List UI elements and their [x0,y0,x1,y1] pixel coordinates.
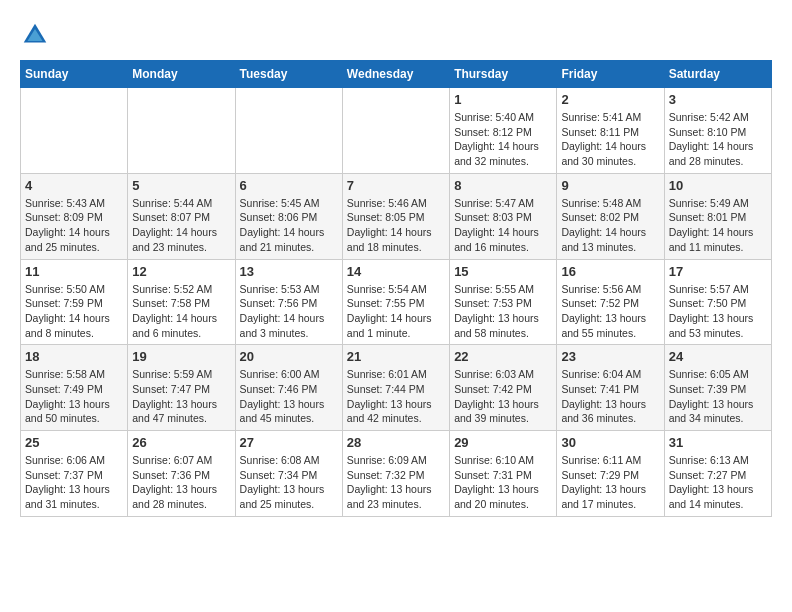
day-number: 5 [132,178,230,193]
calendar-cell: 29Sunrise: 6:10 AM Sunset: 7:31 PM Dayli… [450,431,557,517]
day-info: Sunrise: 5:49 AM Sunset: 8:01 PM Dayligh… [669,196,767,255]
calendar-cell: 19Sunrise: 5:59 AM Sunset: 7:47 PM Dayli… [128,345,235,431]
calendar: SundayMondayTuesdayWednesdayThursdayFrid… [20,60,772,517]
day-info: Sunrise: 6:01 AM Sunset: 7:44 PM Dayligh… [347,367,445,426]
day-info: Sunrise: 6:08 AM Sunset: 7:34 PM Dayligh… [240,453,338,512]
calendar-cell: 6Sunrise: 5:45 AM Sunset: 8:06 PM Daylig… [235,173,342,259]
weekday-header: Friday [557,61,664,88]
calendar-cell: 18Sunrise: 5:58 AM Sunset: 7:49 PM Dayli… [21,345,128,431]
day-info: Sunrise: 5:46 AM Sunset: 8:05 PM Dayligh… [347,196,445,255]
day-number: 3 [669,92,767,107]
day-info: Sunrise: 6:11 AM Sunset: 7:29 PM Dayligh… [561,453,659,512]
day-info: Sunrise: 5:54 AM Sunset: 7:55 PM Dayligh… [347,282,445,341]
day-info: Sunrise: 5:44 AM Sunset: 8:07 PM Dayligh… [132,196,230,255]
day-number: 11 [25,264,123,279]
calendar-cell: 11Sunrise: 5:50 AM Sunset: 7:59 PM Dayli… [21,259,128,345]
day-number: 21 [347,349,445,364]
calendar-week-row: 4Sunrise: 5:43 AM Sunset: 8:09 PM Daylig… [21,173,772,259]
calendar-cell: 9Sunrise: 5:48 AM Sunset: 8:02 PM Daylig… [557,173,664,259]
day-info: Sunrise: 5:58 AM Sunset: 7:49 PM Dayligh… [25,367,123,426]
day-info: Sunrise: 6:06 AM Sunset: 7:37 PM Dayligh… [25,453,123,512]
day-number: 6 [240,178,338,193]
day-number: 29 [454,435,552,450]
day-number: 13 [240,264,338,279]
calendar-cell: 17Sunrise: 5:57 AM Sunset: 7:50 PM Dayli… [664,259,771,345]
calendar-week-row: 11Sunrise: 5:50 AM Sunset: 7:59 PM Dayli… [21,259,772,345]
calendar-cell: 27Sunrise: 6:08 AM Sunset: 7:34 PM Dayli… [235,431,342,517]
day-number: 2 [561,92,659,107]
calendar-cell: 3Sunrise: 5:42 AM Sunset: 8:10 PM Daylig… [664,88,771,174]
weekday-header: Saturday [664,61,771,88]
day-info: Sunrise: 5:59 AM Sunset: 7:47 PM Dayligh… [132,367,230,426]
calendar-cell: 31Sunrise: 6:13 AM Sunset: 7:27 PM Dayli… [664,431,771,517]
calendar-cell: 4Sunrise: 5:43 AM Sunset: 8:09 PM Daylig… [21,173,128,259]
calendar-week-row: 25Sunrise: 6:06 AM Sunset: 7:37 PM Dayli… [21,431,772,517]
weekday-header: Tuesday [235,61,342,88]
day-number: 10 [669,178,767,193]
page-header [20,20,772,50]
day-info: Sunrise: 6:03 AM Sunset: 7:42 PM Dayligh… [454,367,552,426]
calendar-cell: 24Sunrise: 6:05 AM Sunset: 7:39 PM Dayli… [664,345,771,431]
calendar-cell: 12Sunrise: 5:52 AM Sunset: 7:58 PM Dayli… [128,259,235,345]
day-number: 22 [454,349,552,364]
calendar-week-row: 1Sunrise: 5:40 AM Sunset: 8:12 PM Daylig… [21,88,772,174]
calendar-cell: 28Sunrise: 6:09 AM Sunset: 7:32 PM Dayli… [342,431,449,517]
weekday-header: Thursday [450,61,557,88]
day-number: 17 [669,264,767,279]
day-number: 23 [561,349,659,364]
calendar-cell: 25Sunrise: 6:06 AM Sunset: 7:37 PM Dayli… [21,431,128,517]
day-number: 30 [561,435,659,450]
day-number: 20 [240,349,338,364]
day-info: Sunrise: 5:57 AM Sunset: 7:50 PM Dayligh… [669,282,767,341]
calendar-cell: 5Sunrise: 5:44 AM Sunset: 8:07 PM Daylig… [128,173,235,259]
day-info: Sunrise: 6:10 AM Sunset: 7:31 PM Dayligh… [454,453,552,512]
calendar-cell: 10Sunrise: 5:49 AM Sunset: 8:01 PM Dayli… [664,173,771,259]
day-info: Sunrise: 6:13 AM Sunset: 7:27 PM Dayligh… [669,453,767,512]
weekday-header: Sunday [21,61,128,88]
calendar-cell: 8Sunrise: 5:47 AM Sunset: 8:03 PM Daylig… [450,173,557,259]
day-info: Sunrise: 5:45 AM Sunset: 8:06 PM Dayligh… [240,196,338,255]
day-number: 15 [454,264,552,279]
calendar-cell [235,88,342,174]
day-info: Sunrise: 6:05 AM Sunset: 7:39 PM Dayligh… [669,367,767,426]
calendar-cell [21,88,128,174]
calendar-cell: 2Sunrise: 5:41 AM Sunset: 8:11 PM Daylig… [557,88,664,174]
day-info: Sunrise: 5:48 AM Sunset: 8:02 PM Dayligh… [561,196,659,255]
day-info: Sunrise: 5:47 AM Sunset: 8:03 PM Dayligh… [454,196,552,255]
day-number: 8 [454,178,552,193]
calendar-header-row: SundayMondayTuesdayWednesdayThursdayFrid… [21,61,772,88]
day-info: Sunrise: 6:07 AM Sunset: 7:36 PM Dayligh… [132,453,230,512]
day-info: Sunrise: 6:04 AM Sunset: 7:41 PM Dayligh… [561,367,659,426]
calendar-cell: 26Sunrise: 6:07 AM Sunset: 7:36 PM Dayli… [128,431,235,517]
calendar-cell [342,88,449,174]
day-info: Sunrise: 5:55 AM Sunset: 7:53 PM Dayligh… [454,282,552,341]
day-info: Sunrise: 5:43 AM Sunset: 8:09 PM Dayligh… [25,196,123,255]
day-number: 14 [347,264,445,279]
weekday-header: Wednesday [342,61,449,88]
day-number: 31 [669,435,767,450]
logo [20,20,54,50]
day-info: Sunrise: 5:42 AM Sunset: 8:10 PM Dayligh… [669,110,767,169]
calendar-week-row: 18Sunrise: 5:58 AM Sunset: 7:49 PM Dayli… [21,345,772,431]
day-number: 18 [25,349,123,364]
day-number: 26 [132,435,230,450]
weekday-header: Monday [128,61,235,88]
day-number: 1 [454,92,552,107]
calendar-cell: 16Sunrise: 5:56 AM Sunset: 7:52 PM Dayli… [557,259,664,345]
day-number: 16 [561,264,659,279]
day-info: Sunrise: 5:40 AM Sunset: 8:12 PM Dayligh… [454,110,552,169]
calendar-cell: 1Sunrise: 5:40 AM Sunset: 8:12 PM Daylig… [450,88,557,174]
day-number: 4 [25,178,123,193]
calendar-cell: 22Sunrise: 6:03 AM Sunset: 7:42 PM Dayli… [450,345,557,431]
calendar-cell: 15Sunrise: 5:55 AM Sunset: 7:53 PM Dayli… [450,259,557,345]
day-info: Sunrise: 6:00 AM Sunset: 7:46 PM Dayligh… [240,367,338,426]
day-number: 19 [132,349,230,364]
day-number: 7 [347,178,445,193]
calendar-cell: 23Sunrise: 6:04 AM Sunset: 7:41 PM Dayli… [557,345,664,431]
day-number: 27 [240,435,338,450]
day-info: Sunrise: 5:53 AM Sunset: 7:56 PM Dayligh… [240,282,338,341]
calendar-cell: 7Sunrise: 5:46 AM Sunset: 8:05 PM Daylig… [342,173,449,259]
day-info: Sunrise: 5:52 AM Sunset: 7:58 PM Dayligh… [132,282,230,341]
day-number: 25 [25,435,123,450]
calendar-cell: 14Sunrise: 5:54 AM Sunset: 7:55 PM Dayli… [342,259,449,345]
